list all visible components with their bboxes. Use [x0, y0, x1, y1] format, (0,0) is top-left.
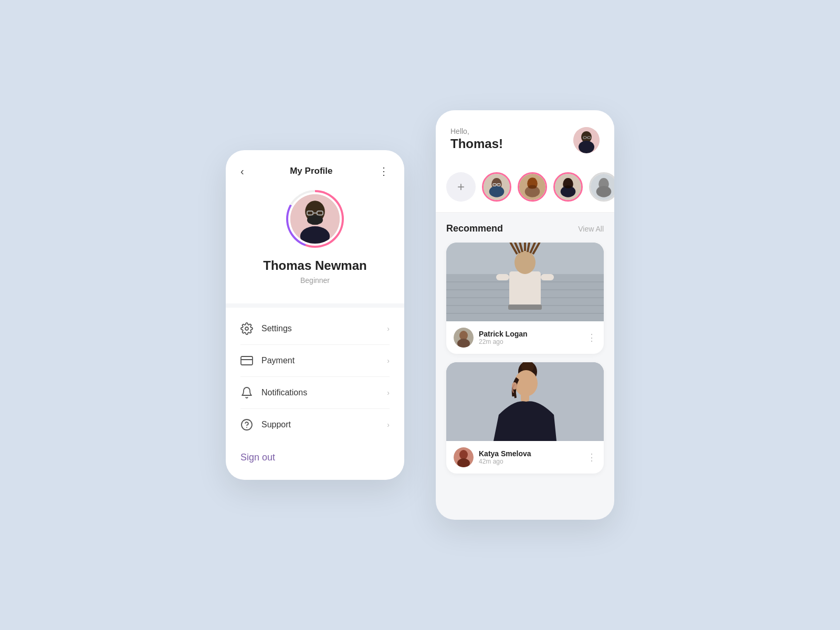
post-more-button-1[interactable]: ⋮ — [587, 332, 596, 343]
story-avatar-1[interactable] — [482, 172, 511, 202]
story-avatar-4[interactable] — [589, 172, 614, 202]
settings-label: Settings — [261, 324, 387, 333]
svg-point-34 — [596, 186, 612, 197]
recommend-section-header: Recommend View All — [446, 223, 604, 234]
profile-card: ‹ My Profile ⋮ — [226, 150, 404, 480]
post-author-info-1: Patrick Logan 22m ago — [479, 330, 587, 345]
recommend-title: Recommend — [446, 223, 503, 234]
view-all-button[interactable]: View All — [578, 225, 604, 233]
svg-point-7 — [245, 327, 248, 330]
svg-point-31 — [565, 185, 572, 188]
payment-label: Payment — [261, 356, 387, 365]
svg-rect-42 — [509, 271, 541, 308]
profile-top-section: ‹ My Profile ⋮ — [226, 150, 404, 303]
more-options-button[interactable]: ⋮ — [379, 165, 390, 177]
add-story-button[interactable]: + — [446, 172, 476, 202]
card-icon — [240, 354, 253, 367]
sign-out-button[interactable]: Sign out — [226, 440, 404, 475]
profile-title: My Profile — [290, 166, 332, 176]
menu-item-support[interactable]: Support › — [226, 409, 404, 440]
profile-menu: Settings › Payment › Notif — [226, 308, 404, 480]
support-label: Support — [261, 420, 387, 429]
menu-item-payment[interactable]: Payment › — [226, 345, 404, 376]
menu-item-notifications[interactable]: Notifications › — [226, 377, 404, 408]
svg-point-14 — [579, 141, 594, 153]
recommend-card: Hello, Thomas! + — [436, 110, 614, 520]
gear-icon — [240, 322, 253, 335]
post-card-1: Patrick Logan 22m ago ⋮ — [446, 243, 604, 354]
avatar-ring — [286, 190, 344, 248]
svg-rect-55 — [521, 394, 529, 402]
chevron-right-icon: › — [387, 388, 390, 397]
bell-icon — [240, 386, 253, 399]
user-name: Thomas Newman — [263, 258, 366, 273]
svg-rect-8 — [241, 356, 253, 365]
post-author-name-2: Katya Smelova — [479, 449, 587, 458]
svg-point-10 — [242, 419, 252, 430]
user-avatar-header — [573, 127, 600, 153]
post-footer-2: Katya Smelova 42m ago ⋮ — [446, 441, 604, 474]
post-author-avatar-2 — [454, 447, 474, 467]
post-time-2: 42m ago — [479, 458, 587, 465]
greeting-name: Thomas! — [450, 136, 503, 151]
post-time-1: 22m ago — [479, 338, 587, 345]
svg-rect-46 — [508, 304, 542, 310]
post-author-avatar-1 — [454, 328, 474, 348]
svg-point-58 — [459, 450, 468, 459]
svg-rect-45 — [541, 274, 554, 280]
profile-header: ‹ My Profile ⋮ — [240, 165, 390, 177]
post-author-name-1: Patrick Logan — [479, 330, 587, 338]
recommend-body: Recommend View All — [436, 213, 614, 520]
greeting-row: Hello, Thomas! — [450, 127, 600, 153]
user-role: Beginner — [300, 276, 330, 285]
post-image-2 — [446, 362, 604, 441]
post-card-2: Katya Smelova 42m ago ⋮ — [446, 362, 604, 474]
post-author-info-2: Katya Smelova 42m ago — [479, 449, 587, 465]
avatar-container — [286, 190, 344, 248]
help-icon — [240, 418, 253, 431]
greeting-small: Hello, — [450, 127, 503, 135]
post-footer-1: Patrick Logan 22m ago ⋮ — [446, 321, 604, 354]
story-avatar-3[interactable] — [553, 172, 583, 202]
post-image-1 — [446, 243, 604, 321]
svg-rect-44 — [496, 274, 509, 280]
recommend-header: Hello, Thomas! — [436, 110, 614, 164]
greeting-text: Hello, Thomas! — [450, 127, 503, 151]
chevron-right-icon: › — [387, 421, 390, 429]
story-avatar-2[interactable] — [518, 172, 547, 202]
svg-point-5 — [307, 215, 323, 225]
stories-row: + — [436, 164, 614, 213]
svg-point-6 — [300, 226, 330, 245]
notifications-label: Notifications — [261, 388, 387, 397]
avatar — [288, 192, 342, 246]
svg-point-43 — [514, 251, 536, 274]
back-button[interactable]: ‹ — [240, 166, 244, 176]
svg-point-54 — [514, 370, 538, 396]
svg-point-27 — [528, 185, 537, 188]
svg-point-20 — [489, 186, 505, 197]
chevron-right-icon: › — [387, 324, 390, 333]
chevron-right-icon: › — [387, 356, 390, 365]
menu-item-settings[interactable]: Settings › — [226, 313, 404, 344]
post-more-button-2[interactable]: ⋮ — [587, 452, 596, 463]
